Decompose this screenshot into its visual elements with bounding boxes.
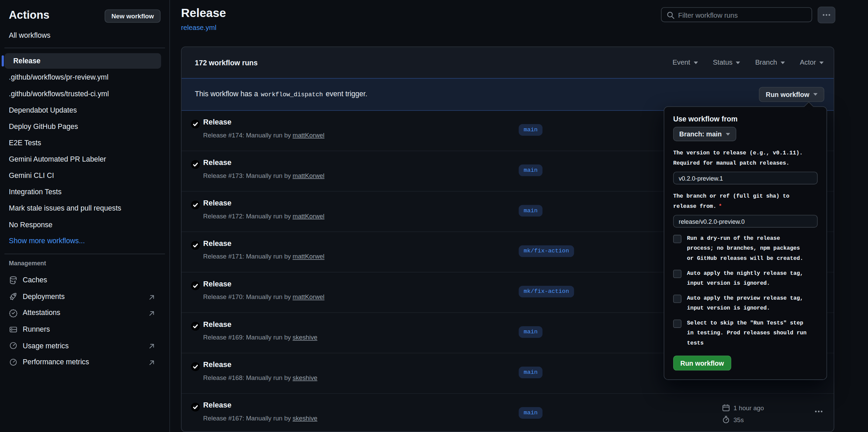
checkbox-row-nightly: Auto apply the nightly release tag, inpu… (673, 269, 818, 289)
filter-branch[interactable]: Branch (755, 59, 785, 67)
run-workflow-panel: Use workflow from Branch: main The versi… (664, 106, 827, 380)
run-options-kebab-icon[interactable] (814, 407, 823, 416)
branch-badge[interactable]: main (519, 165, 543, 176)
run-description: Release #172: Manually run bymattKorwel (203, 213, 325, 219)
nightly-tag-checkbox[interactable] (673, 270, 681, 278)
run-workflow-submit-button[interactable]: Run workflow (673, 355, 731, 370)
sidebar-item-workflow[interactable]: No Response (0, 216, 169, 233)
checkbox-label[interactable]: Run a dry-run of the release process; no… (687, 234, 808, 264)
sidebar-item-performance-metrics[interactable]: Performance metrics (0, 354, 169, 370)
sidebar-item-caches[interactable]: Caches (0, 272, 169, 288)
skip-tests-checkbox[interactable] (673, 319, 681, 328)
sidebar-item-workflow[interactable]: Integration Tests (0, 184, 169, 200)
branch-badge[interactable]: mk/fix-action (519, 245, 574, 257)
filter-workflow-runs-input[interactable] (677, 8, 810, 23)
sidebar-item-workflow[interactable]: Gemini Automated PR Labeler (0, 151, 169, 167)
chevron-down-icon (694, 61, 698, 64)
workflow-options-button[interactable] (818, 7, 835, 23)
dry-run-checkbox[interactable] (673, 235, 681, 243)
field-label-version: The version to release (e.g., v0.1.11). … (673, 148, 812, 168)
chevron-down-icon (819, 61, 824, 64)
branch-badge[interactable]: main (519, 326, 543, 338)
branch-badge[interactable]: main (519, 367, 543, 378)
actor-link[interactable]: mattKorwel (293, 172, 325, 179)
sidebar-item-attestations[interactable]: Attestations (0, 305, 169, 321)
workflow-file-link[interactable]: release.yml (181, 24, 216, 32)
run-description: Release #167: Manually run byskeshive (203, 415, 318, 422)
version-input[interactable] (673, 172, 818, 184)
sidebar-item-label: Caches (23, 276, 47, 284)
branch-badge[interactable]: main (519, 124, 543, 136)
management-list: Caches Deployments Attestations Runners (0, 272, 169, 370)
success-status-icon (191, 160, 200, 169)
sidebar-item-label: Attestations (23, 309, 61, 317)
actor-link[interactable]: mattKorwel (293, 294, 325, 300)
sidebar-item-workflow[interactable]: Deploy GitHub Pages (0, 118, 169, 135)
actor-link[interactable]: mattKorwel (293, 213, 325, 219)
run-title-link[interactable]: Release (203, 159, 232, 167)
runs-count: 172 workflow runs (195, 59, 258, 67)
run-duration: 35s (733, 416, 744, 423)
filter-status[interactable]: Status (713, 59, 740, 67)
run-title-link[interactable]: Release (203, 401, 232, 409)
run-title-link[interactable]: Release (203, 280, 232, 288)
checkbox-label[interactable]: Auto apply the nightly release tag, inpu… (687, 269, 808, 289)
sidebar-item-workflow[interactable]: Dependabot Updates (0, 102, 169, 118)
run-description: Release #171: Manually run bymattKorwel (203, 253, 325, 260)
sidebar-item-workflow[interactable]: E2E Tests (0, 135, 169, 151)
checkbox-label[interactable]: Select to skip the "Run Tests" step in t… (687, 318, 808, 348)
branch-badge[interactable]: main (519, 407, 543, 419)
run-title-link[interactable]: Release (203, 199, 232, 207)
actor-link[interactable]: mattKorwel (293, 253, 325, 260)
run-title-link[interactable]: Release (203, 239, 232, 247)
run-time: 1 hour ago (733, 404, 764, 411)
actor-link[interactable]: skeshive (293, 334, 318, 341)
actor-link[interactable]: skeshive (293, 415, 318, 422)
checkbox-label[interactable]: Auto apply the preview release tag, inpu… (687, 294, 808, 314)
sidebar-item-all-workflows[interactable]: All workflows (0, 28, 169, 43)
sidebar-item-workflow[interactable]: Mark stale issues and pull requests (0, 200, 169, 216)
workflow-dispatch-code: workflow_dispatch (261, 92, 323, 98)
filter-actor[interactable]: Actor (800, 59, 823, 67)
failure-status-icon (191, 120, 200, 129)
workflow-list: .github/workflows/pr-review.yml .github/… (0, 69, 169, 249)
workflow-run-row[interactable]: Release Release #167: Manually run byske… (182, 394, 834, 432)
preview-tag-checkbox[interactable] (673, 295, 681, 303)
required-asterisk: * (718, 203, 722, 210)
filter-event[interactable]: Event (673, 59, 698, 67)
sidebar-item-runners[interactable]: Runners (0, 321, 169, 337)
actor-link[interactable]: mattKorwel (293, 132, 325, 139)
sidebar-item-usage-metrics[interactable]: Usage metrics (0, 337, 169, 354)
sidebar-item-workflow[interactable]: .github/workflows/pr-review.yml (0, 69, 169, 86)
branch-badge[interactable]: mk/fix-action (519, 286, 574, 297)
sidebar-title: Actions (9, 9, 49, 21)
sidebar-item-deployments[interactable]: Deployments (0, 288, 169, 305)
runs-filters: Event Status Branch Actor (673, 59, 824, 67)
show-more-workflows-link[interactable]: Show more workflows... (0, 233, 169, 249)
panel-heading: Use workflow from (673, 115, 818, 123)
run-title-link[interactable]: Release (203, 118, 232, 126)
sidebar-divider (4, 48, 165, 48)
new-workflow-button[interactable]: New workflow (105, 10, 160, 23)
branch-badge[interactable]: main (519, 205, 543, 216)
stopwatch-icon (722, 415, 730, 423)
ref-input[interactable] (673, 215, 818, 228)
field-label-ref: The branch or ref (full git sha) to rele… (673, 192, 812, 212)
actor-link[interactable]: skeshive (293, 375, 318, 381)
checkbox-row-preview: Auto apply the preview release tag, inpu… (673, 294, 818, 314)
branch-selector-button[interactable]: Branch: main (673, 127, 736, 141)
sidebar-item-label: Release (4, 53, 161, 69)
sidebar-item-release-selected[interactable]: Release (4, 53, 161, 69)
sidebar-item-label: Deployments (23, 293, 65, 301)
github-actions-page: Actions New workflow All workflows Relea… (0, 0, 868, 432)
sidebar-item-workflow[interactable]: .github/workflows/trusted-ci.yml (0, 86, 169, 102)
runs-list-header: 172 workflow runs Event Status Branch Ac… (182, 47, 834, 78)
workflow-dispatch-banner: This workflow has aworkflow_dispatcheven… (182, 78, 834, 111)
run-metadata: 1 hour ago 35s (722, 402, 764, 425)
run-title-link[interactable]: Release (203, 320, 232, 328)
failure-status-icon (191, 241, 200, 250)
run-workflow-dropdown-button[interactable]: Run workflow (759, 87, 824, 102)
sidebar-item-label: Performance metrics (23, 358, 89, 366)
run-title-link[interactable]: Release (203, 361, 232, 369)
sidebar-item-workflow[interactable]: Gemini CLI CI (0, 167, 169, 184)
